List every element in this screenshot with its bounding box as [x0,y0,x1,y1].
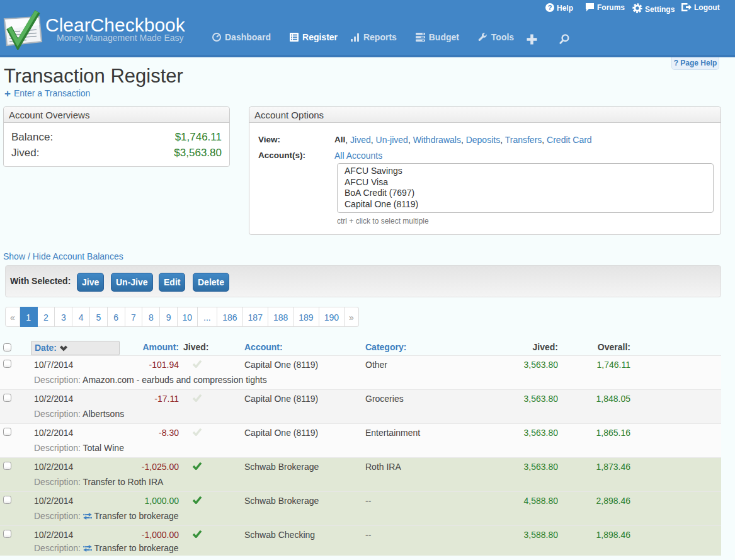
svg-text:?: ? [548,4,552,11]
